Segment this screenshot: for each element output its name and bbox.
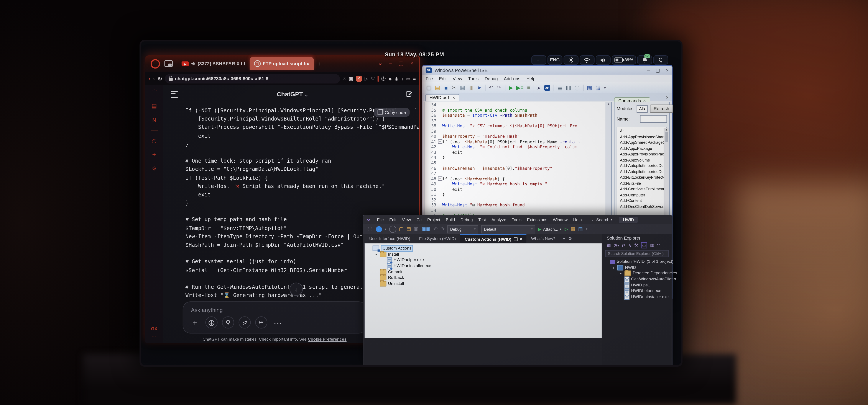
- chat-composer[interactable]: Ask anything + ⊕ ⋯: [183, 301, 367, 333]
- custom-actions-tree[interactable]: Custom Actions▾InstallHWIDhelper.exeHWID…: [365, 243, 602, 286]
- menu-item[interactable]: Build: [443, 217, 458, 222]
- pending-changes-filter-icon[interactable]: ◷▾: [614, 243, 619, 248]
- menu-item[interactable]: Add-ons: [504, 76, 520, 81]
- browser-menu-icon[interactable]: ≡: [413, 76, 416, 81]
- tree-item[interactable]: ▾Install: [365, 251, 602, 257]
- save-icon[interactable]: ▣: [414, 226, 418, 232]
- navigate-back-icon[interactable]: ←: [376, 226, 382, 232]
- menu-item[interactable]: Edit: [439, 76, 446, 81]
- tree-item[interactable]: HWIDhelper.exe: [602, 288, 672, 294]
- tray-more-button[interactable]: ...: [532, 56, 546, 64]
- pin-icon[interactable]: [514, 237, 518, 241]
- command-item[interactable]: Add-AppProvisionedSharedPa: [620, 134, 666, 140]
- tree-item[interactable]: Uninstall: [365, 281, 602, 286]
- more-options-icon[interactable]: ⋯: [272, 316, 284, 329]
- menu-item[interactable]: Test: [475, 217, 489, 222]
- ise-menu-bar[interactable]: FileEditViewToolsDebugAdd-onsHelp: [422, 75, 672, 82]
- command-item[interactable]: Add-BitsFile: [620, 180, 666, 187]
- solution-search-box[interactable]: Search Solution Explorer (Ctrl+;): [605, 250, 669, 257]
- tree-item[interactable]: HWID.ps1: [602, 282, 672, 288]
- save-all-icon[interactable]: ▣▣: [421, 226, 431, 232]
- command-item[interactable]: Add-BitLockerKeyProtector: [620, 175, 666, 180]
- url-field[interactable]: chatgpt.com/c/68233a8c-3698-800c-af61-8: [165, 74, 340, 83]
- back-button[interactable]: ‹: [148, 75, 150, 81]
- command-item[interactable]: Add-AutopilotImportedDevice: [620, 163, 666, 169]
- tab-custom-actions[interactable]: Custom Actions (HWID) ×: [460, 234, 527, 243]
- media-play-icon[interactable]: ▷: [365, 76, 368, 81]
- menu-item[interactable]: View: [453, 76, 462, 81]
- bluetooth-icon[interactable]: [564, 56, 578, 64]
- opera-gx-logo-icon[interactable]: [151, 59, 160, 68]
- copy-icon[interactable]: ▦: [460, 85, 465, 91]
- pin-tab-icon[interactable]: ⊼: [343, 76, 346, 81]
- switch-views-icon[interactable]: ▩: [607, 243, 611, 248]
- command-item[interactable]: Add-AppxProvisionedPackage: [620, 151, 666, 158]
- menu-item[interactable]: Edit: [386, 217, 399, 222]
- menu-item[interactable]: File: [374, 217, 386, 222]
- menu-item[interactable]: Help: [526, 76, 535, 81]
- tree-item[interactable]: HWIDhelper.exe: [365, 257, 602, 263]
- reason-lightbulb-icon[interactable]: [222, 316, 234, 329]
- menu-item[interactable]: Window: [550, 217, 570, 222]
- picture-in-picture-icon[interactable]: [164, 60, 173, 67]
- netflix-icon[interactable]: N: [145, 113, 163, 127]
- bookmark-heart-icon[interactable]: ♡: [371, 76, 375, 81]
- startup-profile-dropdown[interactable]: Default ▾: [481, 225, 535, 233]
- browser-tab-chatgpt[interactable]: FTP upload script fix: [250, 57, 314, 70]
- tree-item[interactable]: ▾HWID: [602, 265, 672, 271]
- forward-button[interactable]: ›: [153, 75, 155, 81]
- new-chat-icon[interactable]: [406, 90, 412, 100]
- gx-logo-text[interactable]: GX: [151, 326, 157, 331]
- solution-tree[interactable]: Solution 'HWID' (1 of 1 project)▾HWID▸De…: [602, 259, 672, 300]
- ise-title-bar[interactable]: ≫ Windows PowerShell ISE – ▢ ×: [422, 66, 672, 75]
- tree-item[interactable]: Commit: [365, 269, 602, 275]
- redo-icon[interactable]: ↷: [497, 85, 501, 91]
- sidebar-toggle-icon[interactable]: [171, 91, 178, 98]
- undo-icon[interactable]: ↶: [489, 85, 493, 91]
- language-indicator[interactable]: ENG: [548, 56, 562, 64]
- close-button[interactable]: ×: [410, 61, 413, 67]
- maximize-button[interactable]: ▢: [398, 61, 404, 67]
- toolbar-overflow-icon[interactable]: ▾: [604, 85, 606, 91]
- sidebar-more-icon[interactable]: ⋯: [151, 333, 157, 338]
- tree-item[interactable]: HWIDuninstaller.exe: [365, 263, 602, 269]
- open-file-icon[interactable]: ▤: [406, 226, 411, 232]
- search-box[interactable]: ⌕ Search ▾: [592, 217, 612, 223]
- menu-item[interactable]: Tools: [468, 76, 479, 81]
- close-tab-icon[interactable]: ×: [453, 95, 455, 100]
- notifications-button[interactable]: 17: [638, 56, 652, 64]
- maximize-button[interactable]: ▢: [656, 67, 660, 73]
- menu-item[interactable]: Extensions: [524, 217, 550, 222]
- menu-item[interactable]: Help: [570, 217, 584, 222]
- new-script-icon[interactable]: ▢: [426, 85, 431, 91]
- open-icon[interactable]: ▤: [435, 85, 440, 91]
- tree-item[interactable]: ▸Detected Dependencies: [602, 271, 672, 276]
- command-item[interactable]: Add-DnsClientDohServerAddr: [620, 204, 666, 210]
- run-script-icon[interactable]: ▶: [509, 85, 513, 91]
- tree-item[interactable]: HWIDuninstaller.exe: [602, 294, 672, 300]
- copy-code-button[interactable]: Copy code: [374, 108, 410, 116]
- run-selection-icon[interactable]: ▶≡: [516, 85, 524, 91]
- tree-item[interactable]: Custom Actions: [365, 246, 602, 251]
- modules-dropdown[interactable]: All ▾: [637, 105, 648, 112]
- gx-corner-icon[interactable]: ⌒: [145, 85, 163, 99]
- attach-button[interactable]: ▶ Attach... ▾: [538, 227, 561, 232]
- speed-dial-icon[interactable]: ▤: [145, 99, 163, 113]
- command-item[interactable]: Add-Computer: [620, 192, 666, 198]
- scroll-to-bottom-button[interactable]: ↓: [289, 283, 303, 296]
- script-pane-right-icon[interactable]: ▨: [595, 85, 601, 91]
- run-arrow-icon[interactable]: ➤: [477, 85, 482, 91]
- paste-icon[interactable]: ▥: [468, 85, 474, 91]
- sidebar-panel-icon[interactable]: ▭: [406, 76, 410, 81]
- solution-configurations-dropdown[interactable]: Debug ▾: [447, 225, 478, 233]
- tree-item[interactable]: Rollback: [365, 275, 602, 281]
- menu-item[interactable]: Git: [413, 217, 425, 222]
- extensions-icon[interactable]: ✦: [145, 148, 163, 162]
- battery-indicator[interactable]: 39%: [612, 56, 636, 64]
- tab-search-icon[interactable]: ⌕: [379, 61, 382, 67]
- wallet-extension-icon[interactable]: Ⓢ: [381, 75, 385, 81]
- tab-file-system[interactable]: File System (HWID): [415, 234, 460, 243]
- attach-plus-icon[interactable]: +: [189, 316, 201, 329]
- menu-item[interactable]: View: [399, 217, 414, 222]
- layout-top-bottom-icon[interactable]: ▤: [557, 85, 562, 91]
